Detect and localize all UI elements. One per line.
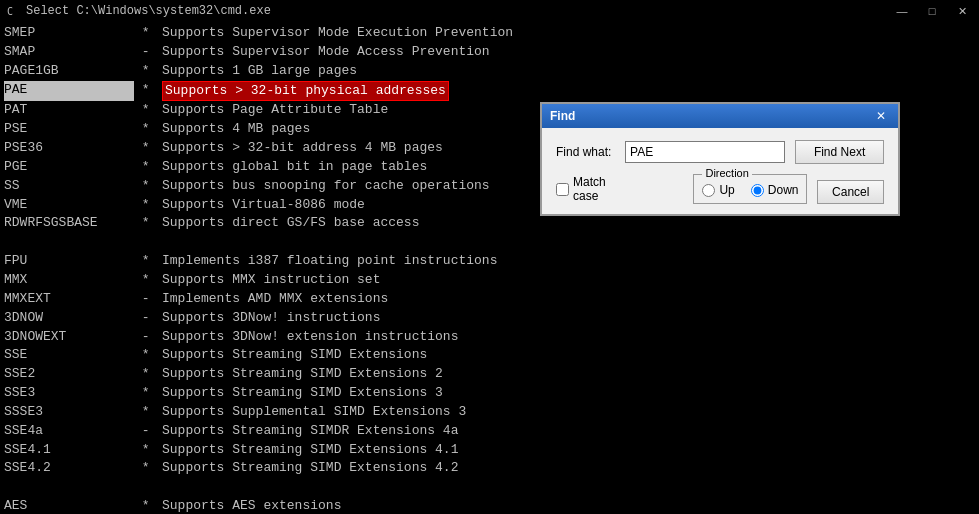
line-name-cell	[4, 478, 134, 497]
console-line: MMXEXT - Implements AMD MMX extensions	[4, 290, 975, 309]
line-name-cell: SMAP	[4, 43, 134, 62]
console-line: AES * Supports AES extensions	[4, 497, 975, 514]
maximize-button[interactable]: □	[917, 1, 947, 21]
line-description-cell: Supports Supplemental SIMD Extensions 3	[162, 403, 466, 422]
line-description-cell: Supports 1 GB large pages	[162, 62, 357, 81]
console-line: SSE3 * Supports Streaming SIMD Extension…	[4, 384, 975, 403]
direction-down-option: Down	[751, 183, 799, 197]
line-description-cell: Supports AES extensions	[162, 497, 341, 514]
line-flag-cell	[134, 478, 162, 497]
line-name-cell: PAT	[4, 101, 134, 120]
line-name-cell: RDWRFSGSBASE	[4, 214, 134, 233]
console-line: SSSE3 * Supports Supplemental SIMD Exten…	[4, 403, 975, 422]
minimize-button[interactable]: —	[887, 1, 917, 21]
find-what-row: Find what: Find Next	[556, 140, 884, 164]
console-line: SSE * Supports Streaming SIMD Extensions	[4, 346, 975, 365]
line-flag-cell: *	[134, 139, 162, 158]
console-line: SSE4a - Supports Streaming SIMDR Extensi…	[4, 422, 975, 441]
console-line: FPU * Implements i387 floating point ins…	[4, 252, 975, 271]
cmd-icon: C	[6, 4, 20, 18]
console-line: PAGE1GB * Supports 1 GB large pages	[4, 62, 975, 81]
options-row: Match case Direction Up Down	[556, 174, 884, 204]
line-flag-cell: *	[134, 62, 162, 81]
line-flag-cell: -	[134, 43, 162, 62]
line-description-cell: Supports Supervisor Mode Execution Preve…	[162, 24, 513, 43]
line-flag-cell: *	[134, 459, 162, 478]
close-button[interactable]: ✕	[947, 1, 977, 21]
find-dialog-body: Find what: Find Next Match case Directio…	[542, 128, 898, 214]
match-case-label: Match case	[573, 175, 613, 203]
console-line	[4, 233, 975, 252]
line-name-cell: PAGE1GB	[4, 62, 134, 81]
line-name-cell: 3DNOWEXT	[4, 328, 134, 347]
line-flag-cell: *	[134, 214, 162, 233]
line-description-cell: Supports 3DNow! instructions	[162, 309, 380, 328]
line-flag-cell: *	[134, 252, 162, 271]
console-line: SSE2 * Supports Streaming SIMD Extension…	[4, 365, 975, 384]
line-name-cell: 3DNOW	[4, 309, 134, 328]
line-description-cell: Supports > 32-bit address 4 MB pages	[162, 139, 443, 158]
line-description-cell: Supports direct GS/FS base access	[162, 214, 419, 233]
line-description-cell: Supports Streaming SIMD Extensions 4.1	[162, 441, 458, 460]
console-line	[4, 478, 975, 497]
line-flag-cell: *	[134, 441, 162, 460]
line-name-cell: FPU	[4, 252, 134, 271]
svg-text:C: C	[7, 6, 13, 17]
line-description-cell: Implements AMD MMX extensions	[162, 290, 388, 309]
line-name-cell: PGE	[4, 158, 134, 177]
direction-down-radio[interactable]	[751, 184, 764, 197]
find-next-button[interactable]: Find Next	[795, 140, 884, 164]
line-name-cell: SSE2	[4, 365, 134, 384]
console-line: RDWRFSGSBASE * Supports direct GS/FS bas…	[4, 214, 975, 233]
direction-options: Up Down	[702, 183, 798, 197]
direction-up-radio[interactable]	[702, 184, 715, 197]
title-bar-controls: — □ ✕	[887, 1, 979, 21]
line-name-cell: SSE4.2	[4, 459, 134, 478]
direction-legend: Direction	[702, 167, 751, 179]
line-description-cell: Implements i387 floating point instructi…	[162, 252, 497, 271]
line-flag-cell: *	[134, 101, 162, 120]
line-description-cell: Supports Virtual-8086 mode	[162, 196, 365, 215]
line-flag-cell: *	[134, 497, 162, 514]
title-bar-left: C Select C:\Windows\system32\cmd.exe	[0, 4, 271, 18]
line-flag-cell: *	[134, 403, 162, 422]
direction-group: Direction Up Down	[693, 174, 807, 204]
find-what-input[interactable]	[625, 141, 785, 163]
line-name-cell: VME	[4, 196, 134, 215]
line-description-cell: Supports Streaming SIMD Extensions 2	[162, 365, 443, 384]
line-description-cell: Supports global bit in page tables	[162, 158, 427, 177]
line-name-cell: SS	[4, 177, 134, 196]
line-flag-cell: *	[134, 271, 162, 290]
line-name-cell: SSE4a	[4, 422, 134, 441]
line-description-cell: Supports Streaming SIMDR Extensions 4a	[162, 422, 458, 441]
direction-up-label: Up	[719, 183, 734, 197]
direction-down-label: Down	[768, 183, 799, 197]
line-flag-cell: -	[134, 290, 162, 309]
line-description-cell: Supports Streaming SIMD Extensions 3	[162, 384, 443, 403]
console-line: 3DNOWEXT - Supports 3DNow! extension ins…	[4, 328, 975, 347]
line-name-cell: SSSE3	[4, 403, 134, 422]
line-flag-cell: *	[134, 346, 162, 365]
find-what-label: Find what:	[556, 145, 625, 159]
match-case-checkbox[interactable]	[556, 183, 569, 196]
line-name-cell: AES	[4, 497, 134, 514]
line-description-cell: Supports 3DNow! extension instructions	[162, 328, 458, 347]
pae-description-cell: Supports > 32-bit physical addresses	[162, 81, 449, 102]
find-dialog-titlebar: Find ✕	[542, 104, 898, 128]
match-case-group: Match case	[556, 175, 613, 203]
line-description-cell: Supports Page Attribute Table	[162, 101, 388, 120]
cancel-button[interactable]: Cancel	[817, 180, 884, 204]
console-lines: SMEP * Supports Supervisor Mode Executio…	[4, 24, 975, 514]
line-flag-cell: -	[134, 422, 162, 441]
line-flag-cell: *	[134, 365, 162, 384]
find-dialog-close-button[interactable]: ✕	[872, 108, 890, 124]
line-flag-cell: -	[134, 328, 162, 347]
line-flag-cell: *	[134, 120, 162, 139]
pae-name-cell: PAE	[4, 81, 134, 102]
pae-flag-cell: *	[134, 81, 162, 102]
line-description-cell: Supports bus snooping for cache operatio…	[162, 177, 490, 196]
line-name-cell: MMX	[4, 271, 134, 290]
console-line: 3DNOW - Supports 3DNow! instructions	[4, 309, 975, 328]
line-flag-cell: *	[134, 384, 162, 403]
title-bar-title: Select C:\Windows\system32\cmd.exe	[26, 4, 271, 18]
